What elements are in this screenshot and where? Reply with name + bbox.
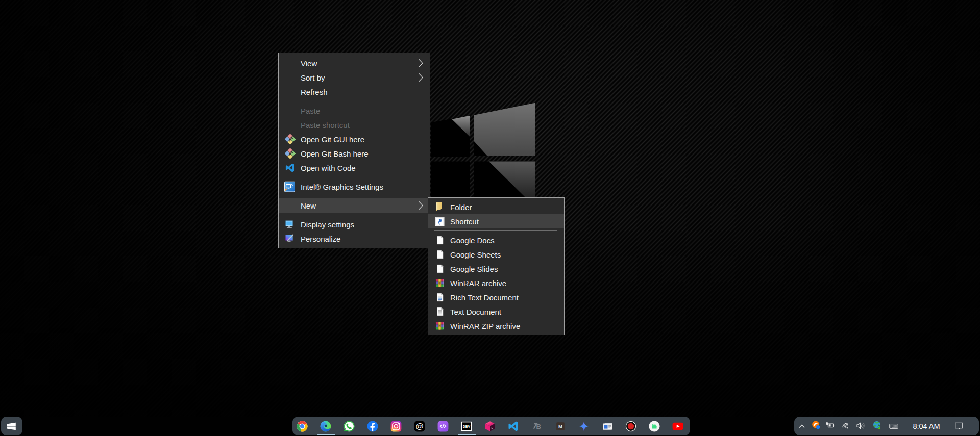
svg-text:M: M xyxy=(558,424,562,429)
svg-text:@: @ xyxy=(415,422,424,430)
svg-text:DEV: DEV xyxy=(463,425,471,428)
svg-text:B: B xyxy=(536,423,541,430)
